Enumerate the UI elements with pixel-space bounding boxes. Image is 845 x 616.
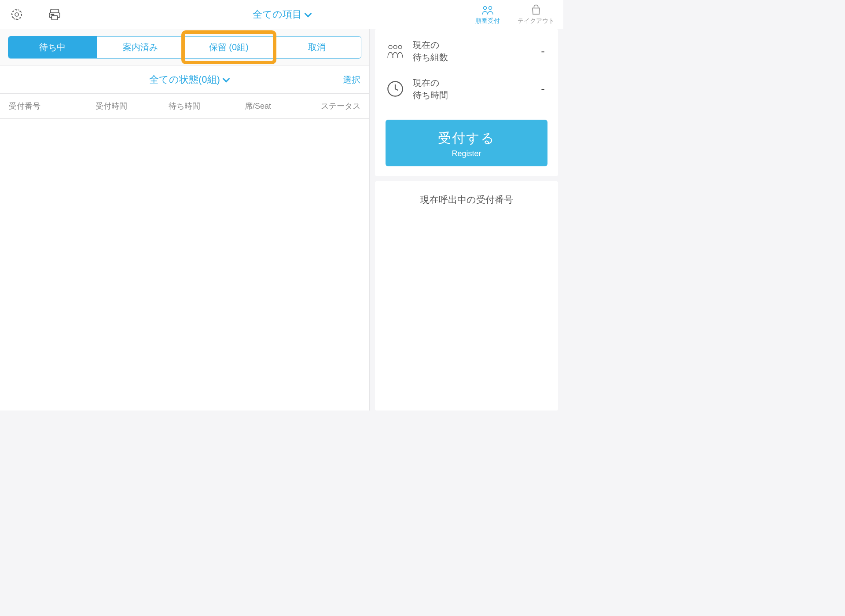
stat-wait-count: 現在の待ち組数 - xyxy=(386,39,547,63)
mode-takeout-label: テイクアウト xyxy=(518,17,555,25)
register-button[interactable]: 受付する Register xyxy=(386,120,547,166)
stat-count-value: - xyxy=(541,44,547,58)
filter-row: 全ての状態(0組) 選択 xyxy=(0,66,369,94)
svg-point-11 xyxy=(398,45,402,49)
tab-cancel-label: 取消 xyxy=(308,42,326,52)
table-body-empty xyxy=(0,119,369,411)
column-wait: 待ち時間 xyxy=(148,101,221,111)
svg-point-4 xyxy=(51,14,52,15)
svg-rect-3 xyxy=(51,16,57,20)
category-dropdown[interactable]: 全ての項目 xyxy=(253,8,311,21)
select-link-label: 選択 xyxy=(343,75,360,84)
svg-point-6 xyxy=(53,14,54,15)
select-link[interactable]: 選択 xyxy=(343,74,360,86)
stat-time-label: 現在の待ち時間 xyxy=(413,77,533,101)
tab-guided-label: 案内済み xyxy=(123,42,158,52)
tab-hold-label: 保留 (0組) xyxy=(209,42,249,52)
clock-icon xyxy=(386,79,405,99)
tab-guided[interactable]: 案内済み xyxy=(97,37,185,58)
status-filter-dropdown[interactable]: 全ての状態(0組) xyxy=(149,73,229,86)
stats-card: 現在の待ち組数 - 現在の待ち時間 - 受付する Register xyxy=(375,29,558,176)
stat-count-label: 現在の待ち組数 xyxy=(413,39,533,63)
svg-point-9 xyxy=(389,45,392,49)
column-number: 受付番号 xyxy=(9,101,75,111)
register-label-jp: 受付する xyxy=(386,129,547,147)
svg-point-0 xyxy=(15,13,18,16)
svg-point-5 xyxy=(52,14,53,15)
column-seat: 席/Seat xyxy=(221,101,294,111)
header-left xyxy=(9,7,62,22)
column-status: ステータス xyxy=(294,101,360,111)
calling-title: 現在呼出中の受付番号 xyxy=(386,194,547,206)
mode-queue-button[interactable]: 順番受付 xyxy=(475,4,500,25)
table-header: 受付番号 受付時間 待ち時間 席/Seat ステータス xyxy=(0,94,369,119)
main-content: 待ち中 案内済み 保留 (0組) 取消 全ての状態(0組) xyxy=(0,29,563,411)
mode-queue-label: 順番受付 xyxy=(475,17,500,25)
svg-point-7 xyxy=(484,7,487,10)
svg-point-10 xyxy=(393,45,397,49)
tab-waiting[interactable]: 待ち中 xyxy=(8,37,97,58)
svg-point-8 xyxy=(489,7,492,10)
stat-time-value: - xyxy=(541,82,547,96)
left-panel: 待ち中 案内済み 保留 (0組) 取消 全ての状態(0組) xyxy=(0,29,370,411)
settings-button[interactable] xyxy=(9,7,25,22)
tab-hold[interactable]: 保留 (0組) xyxy=(185,37,273,58)
status-tabs: 待ち中 案内済み 保留 (0組) 取消 xyxy=(8,36,361,59)
printer-button[interactable] xyxy=(47,7,62,22)
calling-card: 現在呼出中の受付番号 xyxy=(375,181,558,411)
tabs-container: 待ち中 案内済み 保留 (0組) 取消 xyxy=(0,29,369,66)
stat-wait-time: 現在の待ち時間 - xyxy=(386,77,547,101)
category-label: 全ての項目 xyxy=(253,8,302,21)
chevron-down-icon xyxy=(305,10,312,18)
status-filter-label: 全ての状態(0組) xyxy=(149,73,220,86)
header-right: 順番受付 テイクアウト xyxy=(475,4,555,25)
tab-cancel[interactable]: 取消 xyxy=(273,37,361,58)
mode-takeout-button[interactable]: テイクアウト xyxy=(518,4,555,25)
people-group-icon xyxy=(386,41,405,61)
column-time: 受付時間 xyxy=(75,101,148,111)
people-icon xyxy=(481,4,495,16)
chevron-down-icon xyxy=(222,75,230,83)
register-label-en: Register xyxy=(386,149,547,158)
right-panel: 現在の待ち組数 - 現在の待ち時間 - 受付する Register xyxy=(370,29,563,411)
header: 全ての項目 順番受付 テイクアウト xyxy=(0,0,563,29)
printer-icon xyxy=(48,7,62,22)
tab-waiting-label: 待ち中 xyxy=(39,42,66,52)
bag-icon xyxy=(530,4,542,16)
gear-icon xyxy=(10,8,23,21)
